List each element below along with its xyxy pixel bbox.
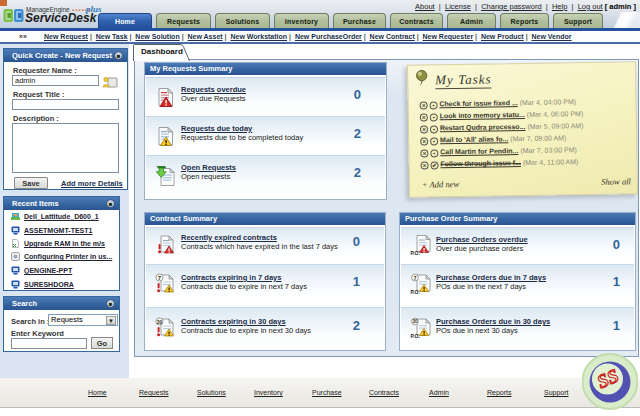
svg-text:30: 30 <box>412 319 418 324</box>
svg-text:P.O.: P.O. <box>411 333 421 339</box>
svg-text:P.O.: P.O. <box>411 250 421 256</box>
svg-text:P.O.: P.O. <box>411 289 421 295</box>
svg-text:30: 30 <box>157 319 163 325</box>
svg-text:7: 7 <box>413 275 416 281</box>
